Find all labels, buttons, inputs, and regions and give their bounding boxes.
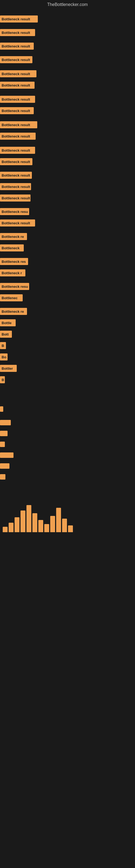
bar-row: Bottleneck r: [0, 269, 135, 277]
small-bar: [0, 474, 5, 479]
bar-row: B: [0, 375, 135, 384]
vertical-bar: [56, 508, 61, 532]
bar-label: B: [2, 344, 4, 348]
bar-row: Bottleneck result: [0, 157, 135, 166]
bar-label: Bottleneck result: [2, 44, 30, 48]
bar-label: Bottleneck result: [2, 17, 30, 21]
bar-row: Bottleneck result: [0, 106, 135, 115]
bottleneck-bar: Bottler: [0, 365, 17, 372]
vertical-bar: [20, 510, 26, 532]
bar-row: Bottleneck result: [0, 69, 135, 78]
bar-label: Bottleneck result: [2, 83, 30, 87]
bar-label: Bottleneck: [2, 246, 19, 250]
bar-row: Bottleneck re: [0, 232, 135, 241]
bottleneck-bar: Bottleneck result: [0, 107, 34, 114]
bars-container: Bottleneck resultBottleneck resultBottle…: [0, 9, 135, 388]
bar-label: Bo: [2, 355, 6, 359]
bottleneck-bar: Bo: [0, 353, 8, 361]
vertical-bar: [14, 517, 19, 532]
bar-row: Bottleneck result: [0, 146, 135, 155]
bar-row: Bottle: [0, 318, 135, 327]
bar-row: Bottleneck result: [0, 219, 135, 227]
bottleneck-bar: Bott: [0, 331, 12, 338]
bar-row: Bottleneck result: [0, 95, 135, 104]
bottleneck-bar: Bottleneck result: [0, 219, 35, 226]
bar-label: Bottleneck result: [2, 72, 30, 76]
site-title-container: TheBottlenecker.com: [0, 0, 135, 9]
site-title: TheBottlenecker.com: [0, 0, 135, 9]
bar-row: Bo: [0, 352, 135, 361]
bar-row: Bottleneck: [0, 244, 135, 252]
bar-label: Bottler: [2, 367, 13, 371]
bar-label: Bott: [2, 332, 9, 336]
bar-label: B: [2, 378, 4, 382]
bottleneck-bar: Bottleneck result: [0, 29, 35, 36]
bottleneck-bar: Bottleneck result: [0, 56, 32, 63]
bar-label: Bottlenec: [2, 296, 17, 300]
bottleneck-bar: Bottleneck re: [0, 308, 27, 315]
bar-label: Bottleneck result: [2, 123, 30, 127]
bottleneck-bar: Bottleneck r: [0, 269, 26, 276]
bar-label: Bottleneck result: [2, 196, 30, 200]
bar-row: Bottleneck resu: [0, 282, 135, 291]
small-bar: [0, 463, 9, 469]
bar-row: Bottleneck result: [0, 120, 135, 129]
bar-row: B: [0, 341, 135, 350]
vertical-bar: [38, 520, 43, 532]
bottleneck-bar: Bottleneck result: [0, 158, 32, 165]
bar-row: Bottleneck res: [0, 257, 135, 266]
bar-label: Bottleneck resu: [2, 284, 28, 289]
bottleneck-bar: Bottleneck result: [0, 16, 38, 23]
bar-row: Bottleneck result: [0, 194, 135, 203]
bar-label: Bottleneck resu: [2, 210, 28, 214]
bar-label: Bottleneck result: [2, 134, 30, 138]
vertical-bar: [32, 513, 37, 532]
bar-row: Bottleneck result: [0, 55, 135, 64]
bar-row: Bottleneck resu: [0, 207, 135, 216]
bottleneck-bar: Bottleneck re: [0, 233, 27, 240]
bar-label: Bottleneck result: [2, 173, 30, 177]
bottleneck-bar: Bottleneck result: [0, 147, 35, 154]
vertical-bar: [44, 524, 49, 532]
bar-label: Bottleneck result: [2, 109, 30, 113]
bottleneck-bar: Bottleneck result: [0, 96, 35, 103]
bottleneck-bar: Bottlenec: [0, 294, 23, 301]
bar-row: Bott: [0, 330, 135, 339]
vertical-bar: [62, 519, 67, 532]
vertical-bars-section: [0, 484, 135, 538]
bottleneck-bar: B: [0, 342, 6, 349]
bar-label: Bottleneck result: [2, 58, 30, 62]
bar-label: Bottleneck result: [2, 221, 30, 225]
bottleneck-bar: Bottleneck resu: [0, 283, 29, 290]
bar-label: Bottleneck result: [2, 160, 30, 164]
bar-label: Bottleneck result: [2, 185, 30, 189]
small-bar: [0, 431, 8, 436]
bar-label: Bottleneck re: [2, 235, 24, 239]
bottleneck-bar: Bottleneck result: [0, 82, 35, 89]
bar-row: Bottler: [0, 364, 135, 373]
small-bar: [0, 406, 3, 412]
bottleneck-bar: Bottleneck resu: [0, 208, 29, 215]
small-bars-section: [0, 388, 135, 484]
bar-row: Bottleneck result: [0, 81, 135, 90]
bar-label: Bottleneck result: [2, 97, 30, 101]
bar-label: Bottleneck r: [2, 271, 22, 275]
bar-row: Bottleneck result: [0, 132, 135, 141]
small-bar: [0, 442, 5, 447]
bottleneck-bar: Bottleneck result: [0, 133, 36, 140]
bar-row: Bottleneck re: [0, 307, 135, 316]
bottleneck-bar: Bottle: [0, 319, 16, 326]
bottleneck-bar: Bottleneck result: [0, 172, 32, 179]
vertical-bar: [50, 516, 55, 532]
bottleneck-bar: Bottleneck: [0, 244, 24, 251]
vertical-bar: [68, 525, 73, 532]
bottleneck-bar: Bottleneck result: [0, 121, 37, 128]
bar-label: Bottleneck re: [2, 310, 24, 314]
bottleneck-bar: Bottleneck result: [0, 70, 37, 77]
bar-row: Bottlenec: [0, 293, 135, 302]
small-bar: [0, 453, 13, 458]
bottleneck-bar: Bottleneck res: [0, 258, 28, 265]
bar-row: Bottleneck result: [0, 28, 135, 37]
bottleneck-bar: Bottleneck result: [0, 183, 31, 190]
bar-row: Bottleneck result: [0, 182, 135, 191]
